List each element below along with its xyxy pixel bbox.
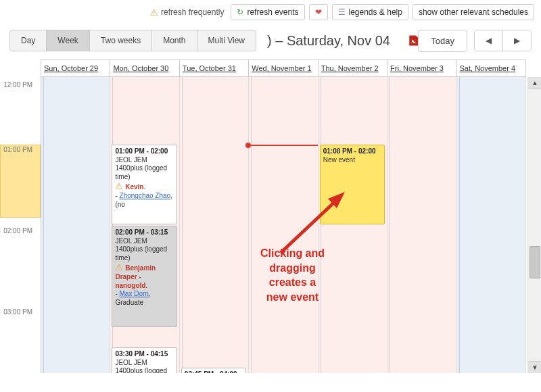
column-tue[interactable]: 03:45 PM - 04:00 JEOL JEM [180, 77, 249, 373]
prev-week-button[interactable]: ◀ [475, 30, 503, 51]
warning-icon: ⚠ [150, 7, 158, 18]
event-block[interactable]: 03:45 PM - 04:00 JEOL JEM [181, 368, 246, 373]
time-label: 12:00 PM [0, 81, 37, 89]
scroll-up-button[interactable]: ▲ [528, 77, 541, 89]
week-nav-buttons: ◀ ▶ [474, 30, 532, 51]
column-wed[interactable] [249, 77, 318, 373]
heart-icon: ❤ [315, 7, 322, 17]
list-icon: ☰ [338, 7, 346, 17]
day-header-fri[interactable]: Fri, November 3 [387, 59, 456, 77]
time-axis: 12:00 PM 01:00 PM 02:00 PM 03:00 PM [0, 77, 41, 373]
user-link[interactable]: Max Dorn [120, 290, 149, 297]
day-columns: 01:00 PM - 02:00 JEOL JEM 1400plus (logg… [41, 77, 526, 373]
date-range-display: ) – Saturday, Nov 04 [267, 33, 390, 49]
date-nav-controls: Today ◀ ▶ [418, 30, 532, 52]
tab-multi-view[interactable]: Multi View [197, 30, 256, 51]
tab-day[interactable]: Day [10, 30, 47, 51]
scroll-down-button[interactable]: ▼ [528, 361, 541, 373]
event-block[interactable]: 01:00 PM - 02:00 JEOL JEM 1400plus (logg… [112, 145, 177, 224]
column-thu[interactable]: 01:00 PM - 02:00 New event [319, 77, 387, 373]
calendar-grid[interactable]: ▲ ▼ 12:00 PM 01:00 PM 02:00 PM 03:00 PM … [0, 77, 541, 373]
new-event-block[interactable]: 01:00 PM - 02:00 New event [320, 145, 385, 224]
warning-icon: ⚠ [115, 262, 123, 272]
day-header-mon[interactable]: Mon, October 30 [110, 59, 179, 77]
time-label: 02:00 PM [0, 227, 37, 235]
other-schedules-button[interactable]: show other relevant schedules [413, 4, 534, 20]
today-button[interactable]: Today [418, 30, 467, 52]
event-block[interactable]: 03:30 PM - 04:15 JEOL JEM 1400plus (logg… [112, 347, 177, 373]
view-controls-row: Day Week Two weeks Month Multi View ) – … [0, 24, 541, 59]
calendar: Sun, October 29 Mon, October 30 Tue, Oct… [0, 59, 541, 377]
next-week-button[interactable]: ▶ [503, 30, 531, 51]
top-toolbar: ⚠ refresh frequently ↻ refresh events ❤ … [0, 0, 541, 24]
help-annotation: Clicking and dragging creates a new even… [247, 246, 338, 304]
now-indicator-dot [245, 143, 251, 148]
time-label: 01:00 PM [0, 146, 37, 153]
now-indicator-line [249, 145, 317, 146]
vertical-scrollbar[interactable]: ▲ ▼ [527, 77, 541, 373]
view-tabs: Day Week Two weeks Month Multi View [9, 30, 256, 51]
tab-month[interactable]: Month [152, 30, 197, 51]
day-header-tue[interactable]: Tue, October 31 [180, 59, 249, 77]
refresh-icon: ↻ [237, 7, 243, 17]
current-hour-highlight [0, 145, 41, 218]
tab-two-weeks[interactable]: Two weeks [90, 30, 152, 51]
column-fri[interactable] [387, 77, 456, 373]
event-block[interactable]: 02:00 PM - 03:15 JEOL JEM 1400plus (logg… [112, 226, 177, 327]
refresh-hint: ⚠ refresh frequently [150, 7, 224, 18]
time-label: 03:00 PM [0, 308, 37, 316]
column-sun[interactable] [41, 77, 110, 373]
user-link[interactable]: Zhongchao Zhao [120, 192, 171, 199]
favorite-button[interactable]: ❤ [309, 4, 328, 20]
legends-help-button[interactable]: ☰ legends & help [332, 4, 408, 20]
refresh-events-button[interactable]: ↻ refresh events [231, 4, 304, 20]
warning-icon: ⚠ [115, 181, 123, 191]
day-header-thu[interactable]: Thu, November 2 [319, 59, 387, 77]
day-headers-row: Sun, October 29 Mon, October 30 Tue, Oct… [41, 59, 526, 77]
column-mon[interactable]: 01:00 PM - 02:00 JEOL JEM 1400plus (logg… [110, 77, 179, 373]
hint-text: refresh frequently [161, 7, 224, 17]
day-header-sat[interactable]: Sat, November 4 [457, 59, 526, 77]
day-header-sun[interactable]: Sun, October 29 [41, 59, 110, 77]
tab-week[interactable]: Week [47, 30, 89, 51]
day-header-wed[interactable]: Wed, November 1 [249, 59, 318, 77]
scroll-thumb[interactable] [530, 246, 540, 278]
column-sat[interactable] [457, 77, 526, 373]
